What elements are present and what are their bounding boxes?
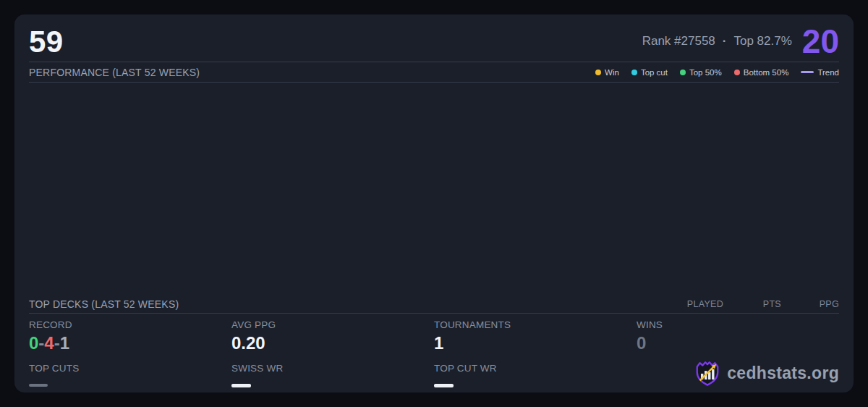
games-played-count: 59 xyxy=(29,27,64,57)
legend-label: Win xyxy=(605,68,619,77)
record-draws: 1 xyxy=(60,333,69,353)
stat-value-tournaments: 1 xyxy=(434,332,637,353)
stat-label-swiss-wr: SWISS WR xyxy=(231,363,434,374)
stat-value-record: 0-4-1 xyxy=(29,332,231,353)
rank-separator-dot: · xyxy=(723,34,727,49)
stat-avg-ppg: AVG PPG 0.20 xyxy=(231,319,434,358)
legend-label: Top cut xyxy=(641,68,668,77)
record-losses: 4 xyxy=(44,333,54,353)
top-cuts-empty-dash xyxy=(29,384,48,387)
stat-value-avg-ppg: 0.20 xyxy=(231,332,434,353)
top-cut-wr-empty-dash xyxy=(434,384,454,387)
top50-dot-icon xyxy=(680,70,686,75)
bottom50-dot-icon xyxy=(734,70,740,75)
column-header-pts: PTS xyxy=(723,299,781,309)
legend-item-topcut: Top cut xyxy=(631,68,668,77)
legend-label: Top 50% xyxy=(689,68,722,77)
swiss-wr-empty-dash xyxy=(231,384,251,387)
rank-summary: Rank #27558 · Top 82.7% 20 xyxy=(642,27,839,56)
stat-label-wins: WINS xyxy=(637,319,839,330)
legend-item-win: Win xyxy=(595,68,619,77)
stat-tournaments: TOURNAMENTS 1 xyxy=(434,319,637,358)
top-decks-section-header: TOP DECKS (LAST 52 WEEKS) PLAYED PTS PPG xyxy=(29,295,839,314)
stats-card: 59 Rank #27558 · Top 82.7% 20 PERFORMANC… xyxy=(14,14,854,393)
rank-text: Rank #27558 xyxy=(642,34,715,49)
legend-item-bottom50: Bottom 50% xyxy=(734,68,789,77)
brand-footer: cedhstats.org xyxy=(694,359,839,387)
top-decks-column-headers: PLAYED PTS PPG xyxy=(665,299,839,309)
column-header-ppg: PPG xyxy=(781,299,839,309)
card-header: 59 Rank #27558 · Top 82.7% 20 xyxy=(29,14,839,62)
performance-section-header: PERFORMANCE (LAST 52 WEEKS) Win Top cut … xyxy=(29,62,839,83)
legend-item-trend: Trend xyxy=(801,68,839,77)
legend-item-top50: Top 50% xyxy=(680,68,722,77)
cedhstats-logo-icon xyxy=(694,359,721,387)
record-separator: - xyxy=(54,333,60,353)
performance-title: PERFORMANCE (LAST 52 WEEKS) xyxy=(29,67,200,78)
stat-label-tournaments: TOURNAMENTS xyxy=(434,319,637,330)
stat-record: RECORD 0-4-1 xyxy=(29,319,231,358)
performance-chart-plot-area xyxy=(29,83,839,295)
top-decks-title: TOP DECKS (LAST 52 WEEKS) xyxy=(29,298,179,310)
stat-swiss-wr: SWISS WR xyxy=(231,363,434,393)
topcut-dot-icon xyxy=(631,70,637,75)
brand-name: cedhstats.org xyxy=(727,364,839,383)
chart-legend: Win Top cut Top 50% Bottom 50% Trend xyxy=(595,68,839,77)
record-wins: 0 xyxy=(29,333,38,353)
legend-label: Trend xyxy=(817,68,839,77)
stat-label-top-cut-wr: TOP CUT WR xyxy=(434,363,637,374)
win-dot-icon xyxy=(595,70,601,75)
stat-label-record: RECORD xyxy=(29,319,231,330)
stat-label-top-cuts: TOP CUTS xyxy=(29,363,231,374)
trend-line-icon xyxy=(801,71,814,73)
stat-label-avg-ppg: AVG PPG xyxy=(231,319,434,330)
stat-top-cuts: TOP CUTS xyxy=(29,363,231,393)
top-percent-text: Top 82.7% xyxy=(733,34,791,49)
legend-label: Bottom 50% xyxy=(744,68,789,77)
column-header-played: PLAYED xyxy=(665,299,723,309)
stat-value-wins: 0 xyxy=(637,332,839,353)
points-value: 20 xyxy=(802,27,839,56)
stat-top-cut-wr: TOP CUT WR xyxy=(434,363,637,393)
stat-wins: WINS 0 xyxy=(637,319,839,358)
